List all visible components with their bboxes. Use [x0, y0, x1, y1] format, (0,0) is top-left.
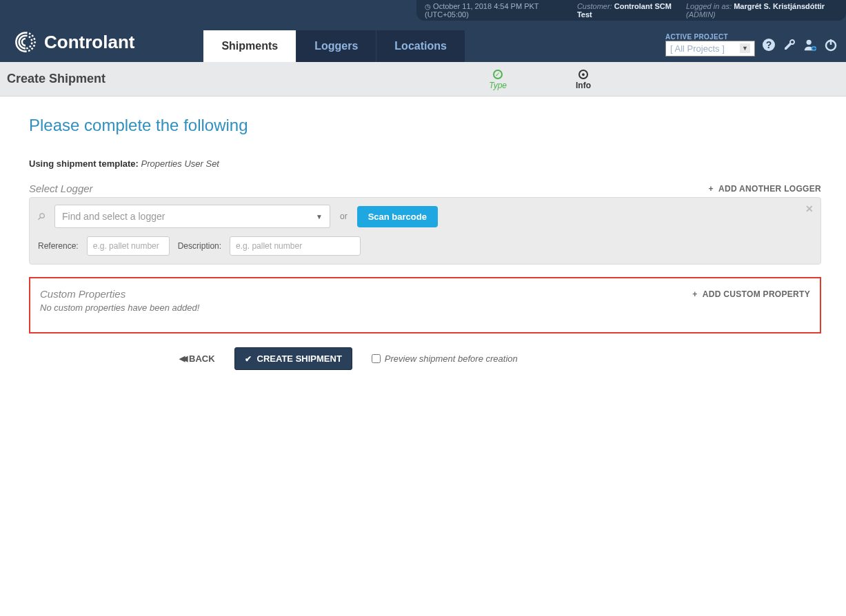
custom-properties-box: Custom Properties + ADD CUSTOM PROPERTY … — [29, 277, 821, 333]
scan-barcode-button[interactable]: Scan barcode — [357, 206, 438, 227]
help-icon[interactable]: ? — [762, 38, 776, 52]
page-header: Create Shipment ✓ Type ● Info — [0, 62, 846, 96]
action-row: ◀◀ BACK ✔ CREATE SHIPMENT Preview shipme… — [29, 347, 821, 370]
step-info[interactable]: ● Info — [576, 70, 591, 90]
back-arrows-icon: ◀◀ — [179, 354, 185, 363]
main-content: Please complete the following Using ship… — [0, 96, 846, 395]
brand-name: Controlant — [44, 32, 134, 53]
logged-in-label: Logged in as: — [686, 2, 732, 10]
customer-block: Customer: Controlant SCM Test — [577, 2, 676, 19]
close-icon[interactable]: ✕ — [805, 203, 814, 214]
logger-select-placeholder: Find and select a logger — [62, 211, 165, 222]
back-button[interactable]: ◀◀ BACK — [179, 353, 215, 364]
logger-box: ✕ ⚲ Find and select a logger or Scan bar… — [29, 197, 821, 265]
page-title: Create Shipment — [0, 62, 105, 96]
user-block: Logged in as: Margrét S. Kristjánsdóttir… — [686, 2, 838, 19]
active-project-label: ACTIVE PROJECT — [665, 33, 728, 41]
nav-icons: ? — [762, 38, 838, 52]
select-logger-label: Select Logger — [29, 183, 93, 194]
wrench-icon[interactable] — [783, 38, 796, 52]
nav-right: ACTIVE PROJECT [ All Projects ] ? — [665, 33, 838, 62]
brand[interactable]: Controlant — [14, 30, 134, 62]
project-selected-text: [ All Projects ] — [670, 43, 725, 54]
attachment-icon: ⚲ — [35, 210, 48, 223]
logger-section-header: Select Logger + ADD ANOTHER LOGGER — [29, 183, 821, 194]
back-label: BACK — [189, 353, 215, 364]
datetime-text: October 11, 2018 4:54 PM PKT (UTC+05:00) — [425, 2, 538, 19]
step-info-label: Info — [576, 81, 591, 90]
description-label: Description: — [178, 241, 221, 251]
tab-loggers[interactable]: Loggers — [296, 30, 376, 62]
logger-row-secondary: Reference: Description: — [38, 236, 812, 256]
template-value: Properties User Set — [141, 158, 219, 169]
add-custom-property-text: ADD CUSTOM PROPERTY — [703, 289, 810, 299]
subtitle: Please complete the following — [29, 116, 821, 135]
reference-input[interactable] — [87, 236, 170, 256]
step-type-label: Type — [489, 81, 507, 90]
customer-label: Customer: — [577, 2, 612, 10]
tab-shipments[interactable]: Shipments — [203, 30, 296, 62]
active-project-block: ACTIVE PROJECT [ All Projects ] — [665, 33, 755, 57]
dot-circle-icon: ● — [578, 70, 588, 79]
power-icon[interactable] — [824, 38, 838, 52]
custom-properties-empty-text: No custom properties have been added! — [40, 302, 810, 313]
preview-checkbox-wrap[interactable]: Preview shipment before creation — [372, 353, 518, 364]
custom-properties-header: Custom Properties + ADD CUSTOM PROPERTY — [40, 288, 810, 300]
user-settings-icon[interactable] — [803, 38, 817, 52]
tab-locations[interactable]: Locations — [376, 30, 465, 62]
clock-icon: ◷ — [425, 3, 431, 10]
template-line: Using shipment template: Properties User… — [29, 158, 821, 169]
preview-checkbox[interactable] — [372, 354, 381, 363]
preview-label: Preview shipment before creation — [385, 353, 518, 364]
custom-properties-title: Custom Properties — [40, 288, 125, 300]
or-text: or — [340, 212, 348, 221]
check-circle-icon: ✓ — [493, 70, 503, 79]
plus-icon: + — [709, 184, 714, 194]
create-shipment-label: CREATE SHIPMENT — [257, 353, 342, 364]
logger-select[interactable]: Find and select a logger — [54, 205, 330, 228]
plus-icon: + — [692, 289, 697, 299]
template-label: Using shipment template: — [29, 158, 139, 169]
add-custom-property-link[interactable]: + ADD CUSTOM PROPERTY — [692, 289, 810, 299]
step-type[interactable]: ✓ Type — [489, 70, 507, 90]
reference-label: Reference: — [38, 241, 79, 251]
add-another-logger-text: ADD ANOTHER LOGGER — [718, 184, 821, 194]
wizard-steps: ✓ Type ● Info — [489, 64, 846, 94]
description-input[interactable] — [230, 236, 361, 256]
svg-text:?: ? — [766, 39, 772, 50]
info-bar: ◷ October 11, 2018 4:54 PM PKT (UTC+05:0… — [416, 0, 846, 21]
project-select[interactable]: [ All Projects ] — [665, 41, 755, 57]
top-bar: ◷ October 11, 2018 4:54 PM PKT (UTC+05:0… — [0, 0, 846, 62]
logger-row-primary: ⚲ Find and select a logger or Scan barco… — [38, 205, 812, 228]
nav-row: Controlant Shipments Loggers Locations A… — [0, 21, 846, 62]
svg-point-2 — [807, 40, 812, 45]
add-another-logger-link[interactable]: + ADD ANOTHER LOGGER — [709, 184, 821, 194]
create-shipment-button[interactable]: ✔ CREATE SHIPMENT — [234, 347, 352, 370]
user-role: (ADMIN) — [686, 10, 716, 19]
nav-tabs: Shipments Loggers Locations — [203, 30, 464, 62]
datetime-block: ◷ October 11, 2018 4:54 PM PKT (UTC+05:0… — [425, 2, 567, 19]
user-name: Margrét S. Kristjánsdóttir — [734, 2, 825, 10]
check-icon: ✔ — [245, 354, 252, 364]
brand-logo-icon — [14, 30, 37, 54]
